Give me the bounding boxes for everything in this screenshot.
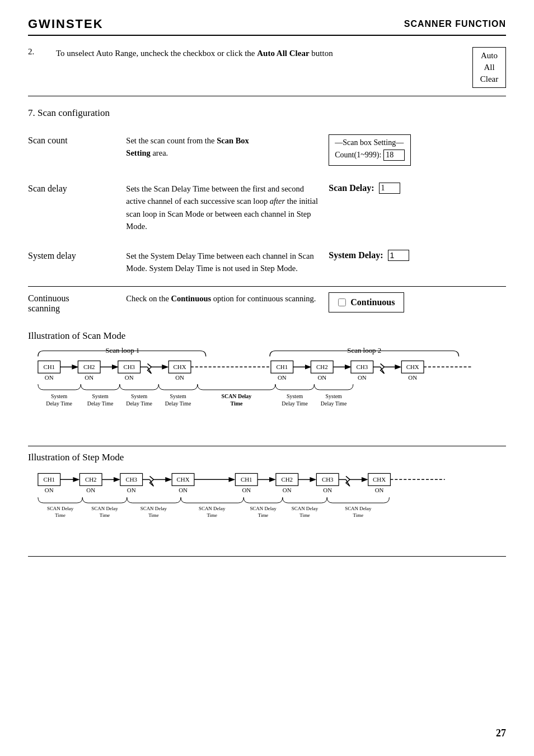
step-chx-label: CHX: [177, 476, 190, 483]
page-title: SCANNER FUNCTION: [404, 19, 506, 29]
scan-delay-input[interactable]: [379, 183, 400, 194]
section-2-text-after: button: [310, 49, 333, 58]
scan-delay-widget-label: Scan Delay:: [329, 183, 374, 193]
scan-delay-row: Scan delay Sets the Scan Delay Time betw…: [28, 177, 506, 244]
section-2-number: 2.: [28, 47, 45, 57]
step-brace6: [283, 497, 327, 503]
scan-count-ui: —Scan box Setting— Count(1~999):: [329, 129, 506, 177]
step-ch1-on: ON: [45, 487, 54, 493]
scan-delay-bottom-label2: Time: [230, 400, 242, 407]
scan-delay-bottom-label: SCAN Delay: [222, 393, 252, 399]
step-brace2: [82, 497, 127, 503]
scan-mode-title: Illustration of Scan Mode: [28, 330, 506, 342]
step-scan-delay1: SCAN Delay: [47, 506, 74, 511]
step-ch2b-on: ON: [283, 487, 292, 493]
ch1-l2-on: ON: [278, 374, 287, 381]
skip2-zigzag: [381, 363, 385, 374]
brace-sys2: [81, 384, 120, 390]
scan-box-count-input[interactable]: [383, 150, 405, 161]
step-ch3b-on: ON: [323, 487, 332, 493]
continuous-ui: Continuous: [329, 286, 506, 325]
sys-delay-label3: System: [131, 393, 148, 399]
sys-delay-label4b: Delay Time: [165, 400, 191, 407]
sys-delay-label2: System: [92, 393, 109, 399]
brace-scan-delay: [198, 384, 275, 390]
step-brace1: [38, 497, 82, 503]
brace-sys6: [314, 384, 353, 390]
step-ch1-label: CH1: [43, 476, 55, 483]
continuous-checkbox[interactable]: [338, 298, 346, 306]
step-ch2-label: CH2: [85, 476, 97, 483]
ch1-label: CH1: [43, 363, 55, 370]
step-brace5: [243, 497, 283, 503]
step-scan-delay5: SCAN Delay: [250, 506, 277, 511]
sys-delay-label1: System: [51, 393, 68, 399]
step-ch2-on: ON: [86, 487, 95, 493]
sys-delay-label4: System: [170, 393, 187, 399]
section-2-text-before: To unselect Auto Range, uncheck the chec…: [56, 49, 257, 58]
step-scan-delay6b: Time: [299, 512, 310, 518]
step-chxb-label: CHX: [373, 476, 386, 483]
sys-delay-label5: System: [287, 393, 303, 399]
scan-box-setting-bold: Scan BoxSetting: [126, 136, 249, 157]
step-scan-delay3b: Time: [148, 512, 159, 518]
sys-delay-label6: System: [326, 393, 343, 399]
ch3-l2-on: ON: [358, 374, 367, 381]
sys-delay-label6b: Delay Time: [321, 400, 347, 407]
continuous-widget: Continuous: [329, 292, 404, 312]
system-delay-widget-label: System Delay:: [329, 250, 383, 260]
scan-delay-after-italic: after: [270, 197, 285, 206]
scan-mode-illustration: Illustration of Scan Mode Scan loop 1 Sc…: [28, 330, 506, 446]
ch3-l2-label: CH3: [357, 363, 368, 370]
scan-box-widget: —Scan box Setting— Count(1~999):: [329, 134, 411, 166]
chx-l2-on: ON: [408, 374, 417, 381]
section-7-title: 7. Scan configuration: [28, 108, 506, 119]
sys-delay-label2b: Delay Time: [87, 400, 114, 407]
step-ch3b-label: CH3: [322, 476, 334, 483]
scan-box-count-label: Count(1~999):: [335, 151, 381, 160]
section-2: 2. To unselect Auto Range, uncheck the c…: [28, 47, 506, 96]
system-delay-ui: System Delay:: [329, 244, 506, 286]
step-brace7: [327, 497, 389, 503]
brace-sys3: [120, 384, 159, 390]
continuous-row: Continuousscanning Check on the Continuo…: [28, 286, 506, 325]
continuous-bold: Continuous: [171, 294, 211, 303]
scan-box-title: —Scan box Setting—: [335, 138, 405, 147]
system-delay-input[interactable]: [388, 250, 409, 261]
step-scan-delay2b: Time: [100, 512, 110, 518]
ch1-on: ON: [45, 374, 54, 381]
ch2-l2-on: ON: [317, 374, 326, 381]
scan-count-row: Scan count Set the scan count from the S…: [28, 129, 506, 177]
chx-on: ON: [175, 374, 184, 381]
logo-text: GWINSTEK: [28, 17, 104, 31]
step-scan-delay4b: Time: [207, 512, 217, 518]
continuous-label: Continuousscanning: [28, 286, 126, 325]
step-scan-delay1b: Time: [55, 512, 65, 518]
ch2-label: CH2: [83, 363, 95, 370]
page-number: 27: [496, 727, 506, 739]
scan-delay-widget: Scan Delay:: [329, 183, 502, 194]
chx-label: CHX: [174, 363, 186, 370]
scan-count-label: Scan count: [28, 129, 126, 177]
ch1-l2-label: CH1: [277, 363, 288, 370]
step-chxb-on: ON: [375, 487, 384, 493]
step-scan-delay7: SCAN Delay: [345, 506, 372, 511]
section-2-bold: Auto All Clear: [257, 49, 309, 58]
scan-mode-svg: Scan loop 1 Scan loop 2 CH1 ON CH2 ON CH…: [28, 345, 506, 440]
sys-delay-label1b: Delay Time: [46, 400, 72, 407]
scan-delay-ui: Scan Delay:: [329, 177, 506, 244]
step-scan-delay4: SCAN Delay: [199, 506, 226, 511]
logo: GWINSTEK: [28, 17, 104, 31]
sys-delay-label5b: Delay Time: [282, 400, 308, 407]
step-brace4: [181, 497, 243, 503]
skip-zigzag1: [148, 363, 152, 374]
scan-delay-description: Sets the Scan Delay Time between the fir…: [126, 177, 329, 244]
scan-box-count-row: Count(1~999):: [335, 150, 405, 161]
step-ch2b-label: CH2: [281, 476, 293, 483]
chx-l2-label: CHX: [406, 363, 419, 370]
sys-delay-label3b: Delay Time: [126, 400, 152, 407]
brace-sys4: [158, 384, 198, 390]
section-7: 7. Scan configuration Scan count Set the…: [28, 108, 506, 325]
step-ch3-label: CH3: [125, 476, 137, 483]
system-delay-description: Set the System Delay Time between each c…: [126, 244, 329, 286]
